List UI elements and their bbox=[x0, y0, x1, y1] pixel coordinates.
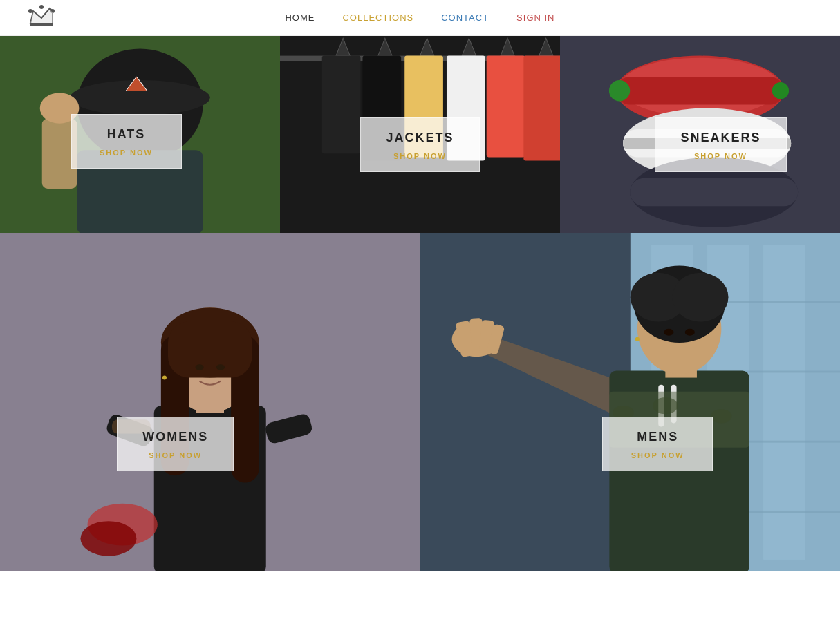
sneakers-shop-now[interactable]: SHOP NOW bbox=[680, 152, 760, 160]
main-nav: HOME COLLECTIONS CONTACT SIGN IN bbox=[285, 12, 554, 23]
category-mens[interactable]: MENS SHOP NOW bbox=[420, 233, 841, 571]
womens-shop-now[interactable]: SHOP NOW bbox=[142, 451, 208, 459]
hats-shop-now[interactable]: SHOP NOW bbox=[97, 149, 156, 157]
jackets-shop-now[interactable]: SHOP NOW bbox=[386, 152, 454, 160]
svg-point-53 bbox=[162, 376, 167, 380]
svg-rect-26 bbox=[487, 56, 525, 158]
svg-point-51 bbox=[195, 364, 203, 370]
category-jackets[interactable]: JACKETS SHOP NOW bbox=[280, 36, 560, 233]
svg-rect-50 bbox=[168, 322, 252, 378]
svg-point-82 bbox=[635, 337, 639, 341]
svg-rect-32 bbox=[616, 77, 784, 105]
nav-contact[interactable]: CONTACT bbox=[441, 12, 489, 23]
svg-rect-18 bbox=[322, 56, 361, 154]
svg-point-86 bbox=[711, 409, 731, 423]
mens-shop-now[interactable]: SHOP NOW bbox=[628, 451, 687, 459]
hats-title: HATS bbox=[97, 127, 156, 142]
crown-icon bbox=[28, 4, 55, 29]
sneakers-title: SNEAKERS bbox=[680, 131, 760, 145]
header: HOME COLLECTIONS CONTACT SIGN IN bbox=[0, 0, 840, 36]
mens-title: MENS bbox=[628, 430, 687, 444]
svg-rect-28 bbox=[523, 56, 560, 161]
svg-point-79 bbox=[672, 273, 728, 322]
category-sneakers[interactable]: SNEAKERS SHOP NOW bbox=[560, 36, 840, 233]
mens-image bbox=[420, 233, 841, 571]
svg-point-1 bbox=[28, 9, 32, 13]
hats-card[interactable]: HATS SHOP NOW bbox=[71, 114, 182, 169]
sneakers-card[interactable]: SNEAKERS SHOP NOW bbox=[655, 117, 786, 172]
logo[interactable] bbox=[28, 4, 55, 32]
svg-point-85 bbox=[653, 397, 678, 414]
svg-point-80 bbox=[664, 329, 673, 336]
svg-point-2 bbox=[39, 5, 44, 9]
svg-point-55 bbox=[80, 521, 136, 556]
category-womens[interactable]: WOMENS SHOP NOW bbox=[0, 233, 420, 571]
svg-point-81 bbox=[684, 329, 694, 336]
svg-point-38 bbox=[609, 80, 630, 101]
nav-home[interactable]: HOME bbox=[285, 12, 315, 23]
svg-rect-4 bbox=[30, 23, 53, 26]
svg-point-52 bbox=[216, 364, 225, 370]
jackets-card[interactable]: JACKETS SHOP NOW bbox=[360, 117, 479, 172]
nav-collections[interactable]: COLLECTIONS bbox=[342, 12, 413, 23]
svg-point-39 bbox=[772, 82, 789, 99]
womens-card[interactable]: WOMENS SHOP NOW bbox=[117, 417, 234, 471]
category-hats[interactable]: HATS SHOP NOW bbox=[0, 36, 280, 233]
mens-card[interactable]: MENS SHOP NOW bbox=[602, 417, 713, 471]
svg-rect-37 bbox=[630, 178, 798, 207]
womens-image bbox=[0, 233, 420, 571]
womens-title: WOMENS bbox=[142, 430, 208, 444]
jackets-title: JACKETS bbox=[386, 131, 454, 145]
nav-signin[interactable]: SIGN IN bbox=[516, 12, 554, 23]
